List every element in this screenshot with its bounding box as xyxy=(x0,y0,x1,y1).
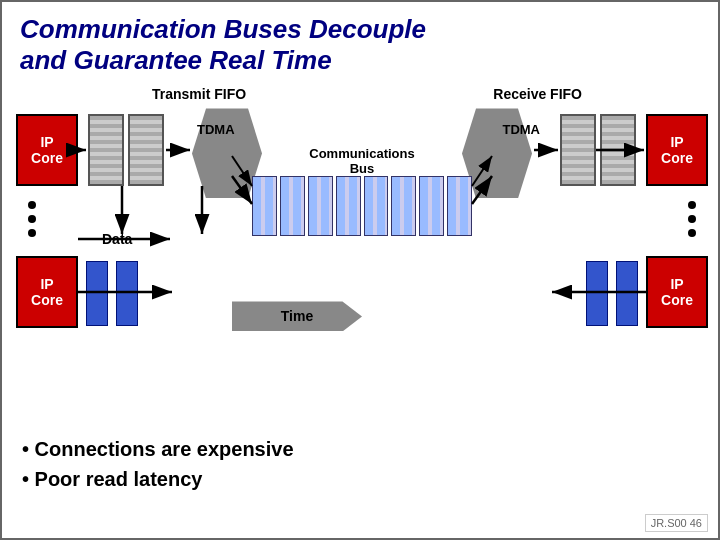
bullet-1: Connections are expensive xyxy=(22,434,698,464)
bus-stripe-1 xyxy=(252,176,277,236)
bus-stripe-3 xyxy=(308,176,333,236)
left-dots xyxy=(28,201,36,237)
data-label: Data xyxy=(102,231,132,247)
dot-5 xyxy=(688,215,696,223)
title-line1: Communication Buses Decouple xyxy=(20,14,700,45)
bus-stripe-6 xyxy=(391,176,416,236)
ip-core-bottom-left: IPCore xyxy=(16,256,78,328)
time-label: Time xyxy=(281,308,313,324)
ip-core-bottom-right: IPCore xyxy=(646,256,708,328)
bus-stripe-7 xyxy=(419,176,444,236)
slide-container: Communication Buses Decouple and Guarant… xyxy=(0,0,720,540)
blue-bar-right-2 xyxy=(586,261,608,326)
right-dots xyxy=(688,201,696,237)
title-line2: and Guarantee Real Time xyxy=(20,45,700,76)
fifo-right-1 xyxy=(600,114,636,186)
blue-bar-left-1 xyxy=(86,261,108,326)
fifo-right-2 xyxy=(560,114,596,186)
ip-core-top-right: IPCore xyxy=(646,114,708,186)
tdma-label-left: TDMA xyxy=(197,122,235,137)
bus-area xyxy=(252,176,472,236)
fifo-left-2 xyxy=(128,114,164,186)
blue-bar-right-1 xyxy=(616,261,638,326)
dot-4 xyxy=(688,201,696,209)
time-arrow-container: Time xyxy=(232,301,362,331)
footer-label: JR.S00 46 xyxy=(645,514,708,532)
dot-2 xyxy=(28,215,36,223)
time-arrow: Time xyxy=(232,301,362,331)
bullets-section: Connections are expensive Poor read late… xyxy=(22,434,698,494)
receive-fifo-label: Receive FIFO xyxy=(493,86,582,102)
bus-stripe-4 xyxy=(336,176,361,236)
comm-bus-label: CommunicationsBus xyxy=(309,146,414,176)
dot-1 xyxy=(28,201,36,209)
ip-core-top-left: IPCore xyxy=(16,114,78,186)
bus-stripe-2 xyxy=(280,176,305,236)
diagram-area: Transmit FIFO Receive FIFO IPCore IPCore… xyxy=(2,86,720,376)
fifo-left-1 xyxy=(88,114,124,186)
bus-stripe-5 xyxy=(364,176,389,236)
transmit-fifo-label: Transmit FIFO xyxy=(152,86,246,102)
bus-stripe-8 xyxy=(447,176,472,236)
slide-title: Communication Buses Decouple and Guarant… xyxy=(2,2,718,82)
tdma-label-right: TDMA xyxy=(502,122,540,137)
dot-6 xyxy=(688,229,696,237)
dot-3 xyxy=(28,229,36,237)
blue-bar-left-2 xyxy=(116,261,138,326)
bullet-2: Poor read latency xyxy=(22,464,698,494)
